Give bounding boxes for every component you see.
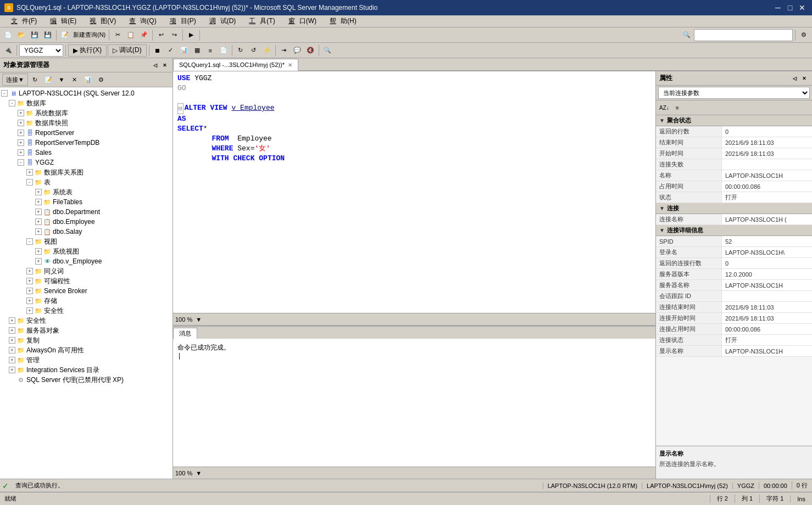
oe-report-btn[interactable]: 📊 <box>82 74 94 86</box>
expand-server[interactable]: - <box>1 90 8 97</box>
tree-dbo-v-employee[interactable]: + 👁 dbo.v_Employee <box>0 256 173 266</box>
expand-dbo-employee[interactable]: + <box>35 218 42 225</box>
expand-sales[interactable]: + <box>18 149 24 156</box>
props-close-btn[interactable]: ✕ <box>800 74 809 83</box>
props-section-conn[interactable]: ▼ 连接 <box>656 203 812 214</box>
expand-databases[interactable]: - <box>9 100 15 106</box>
oe-new-btn[interactable]: 📝 <box>42 74 54 86</box>
save-btn[interactable]: 💾 <box>29 29 41 41</box>
indent-btn[interactable]: ⇥ <box>278 44 290 57</box>
tree-filetables[interactable]: + 📁 FileTables <box>0 197 173 207</box>
tree-reportserver[interactable]: + 🗄 ReportServer <box>0 128 173 138</box>
trans-btn[interactable]: ↻ <box>235 44 247 57</box>
tree-server[interactable]: - 🖥 LAPTOP-N3SLOC1H (SQL Server 12.0 <box>0 88 173 98</box>
collapse-btn[interactable]: ⊟ <box>177 103 183 114</box>
expand-security[interactable]: + <box>9 317 15 324</box>
results-btn[interactable]: 📊 <box>178 44 190 57</box>
oe-close-btn[interactable]: ✕ <box>160 61 169 70</box>
menu-help[interactable]: 帮助(H) <box>321 15 361 27</box>
debug-button[interactable]: ▷ 调试(D) <box>108 44 147 57</box>
grid-btn[interactable]: ▦ <box>191 44 203 57</box>
menu-debug[interactable]: 调试(D) <box>201 15 241 27</box>
redo-btn[interactable]: ↪ <box>168 29 180 41</box>
props-section-aggregate[interactable]: ▼ 聚合状态 <box>656 115 812 126</box>
tree-dbo-department[interactable]: + 📋 dbo.Department <box>0 207 173 217</box>
oe-refresh-btn[interactable]: ↻ <box>29 74 41 86</box>
search-btn[interactable]: 🔍 <box>681 29 693 41</box>
tree-yggz[interactable]: - 🗄 YGGZ <box>0 158 173 167</box>
oe-float-btn[interactable]: ◁ <box>151 61 159 70</box>
tree-system-dbs[interactable]: + 📁 系统数据库 <box>0 108 173 118</box>
new-query-btn2[interactable]: 📝 <box>59 29 71 41</box>
tree-programmability[interactable]: + 📁 可编程性 <box>0 276 173 286</box>
code-editor[interactable]: USE YGGZ GO ⊟ <box>173 71 655 313</box>
expand-yggz[interactable]: - <box>18 159 24 166</box>
tree-sales[interactable]: + 🗄 Sales <box>0 148 173 158</box>
expand-alwayson[interactable]: + <box>9 347 15 354</box>
tree-server-objects[interactable]: + 📁 服务器对象 <box>0 326 173 335</box>
database-dropdown[interactable]: YGGZ <box>19 44 63 57</box>
start-debug-btn[interactable]: ▶ <box>185 29 197 41</box>
new-query-btn[interactable]: 📄 <box>2 29 14 41</box>
expand-db-diagram[interactable]: + <box>26 169 33 176</box>
copy-btn[interactable]: 📋 <box>125 29 137 41</box>
tree-replication[interactable]: + 📁 复制 <box>0 335 173 345</box>
tree-storage[interactable]: + 📁 存储 <box>0 296 173 306</box>
oe-connect-btn[interactable]: 连接▼ <box>2 74 28 86</box>
menu-tools[interactable]: 工具(T) <box>240 15 279 27</box>
expand-dbo-salay[interactable]: + <box>35 228 42 235</box>
editor-zoom-arrow[interactable]: ▼ <box>196 316 202 323</box>
minimize-button[interactable]: ─ <box>772 2 783 13</box>
expand-system-views[interactable]: + <box>35 248 42 255</box>
tree-sql-agent[interactable]: ⚙ SQL Server 代理(已禁用代理 XP) <box>0 375 173 385</box>
maximize-button[interactable]: □ <box>785 2 796 13</box>
menu-query[interactable]: 查询(Q) <box>120 15 160 27</box>
tree-management[interactable]: + 📁 管理 <box>0 355 173 365</box>
results-zoom-arrow[interactable]: ▼ <box>196 470 202 476</box>
undo-btn[interactable]: ↩ <box>155 29 167 41</box>
tree-security[interactable]: + 📁 安全性 <box>0 316 173 326</box>
menu-view[interactable]: 视图(V) <box>81 15 120 27</box>
oe-settings-btn[interactable]: ⚙ <box>95 74 107 86</box>
expand-programmability[interactable]: + <box>26 278 33 284</box>
menu-file[interactable]: 文件(F) <box>2 15 41 27</box>
tree-dbo-salay[interactable]: + 📋 dbo.Salay <box>0 227 173 237</box>
trans3-btn[interactable]: ⚡ <box>261 44 273 57</box>
tree-dbo-employee[interactable]: + 📋 dbo.Employee <box>0 217 173 227</box>
stop-btn[interactable]: ⏹ <box>152 44 164 57</box>
comment-btn[interactable]: 💬 <box>291 44 303 57</box>
more-btn[interactable]: ⚙ <box>798 29 810 41</box>
expand-dbo-department[interactable]: + <box>35 209 42 215</box>
tree-security-yggz[interactable]: + 📁 安全性 <box>0 306 173 316</box>
new-query-label[interactable]: 新建查询(N) <box>72 31 107 39</box>
expand-reportserver[interactable]: + <box>18 130 24 136</box>
tree-tables[interactable]: - 📁 表 <box>0 177 173 187</box>
expand-reportserver-temp[interactable]: + <box>18 139 24 146</box>
tree-views[interactable]: - 📁 视图 <box>0 237 173 246</box>
zoom-in-btn[interactable]: 🔍 <box>321 44 333 57</box>
tree-synonyms[interactable]: + 📁 同义词 <box>0 266 173 276</box>
tree-databases[interactable]: - 📁 数据库 <box>0 98 173 108</box>
expand-dbo-v-employee[interactable]: + <box>35 258 42 265</box>
open-btn[interactable]: 📂 <box>15 29 27 41</box>
props-sort-az-btn[interactable]: AZ↓ <box>658 102 670 114</box>
tree-alwayson[interactable]: + 📁 AlwaysOn 高可用性 <box>0 345 173 355</box>
props-float-btn[interactable]: ◁ <box>790 74 799 83</box>
expand-db-snapshots[interactable]: + <box>18 120 24 126</box>
close-button[interactable]: ✕ <box>797 2 808 13</box>
oe-filter2-btn[interactable]: ✕ <box>69 74 81 86</box>
expand-filetables[interactable]: + <box>35 199 42 205</box>
uncomment-btn[interactable]: 🔇 <box>304 44 316 57</box>
tree-reportserver-temp[interactable]: + 🗄 ReportServerTempDB <box>0 138 173 148</box>
props-sort-cat-btn[interactable]: ≡ <box>671 102 683 114</box>
expand-views[interactable]: - <box>26 238 33 245</box>
file-btn[interactable]: 📄 <box>218 44 230 57</box>
expand-integration-services[interactable]: + <box>9 367 15 373</box>
menu-edit[interactable]: 编辑(E) <box>41 15 81 27</box>
expand-server-objects[interactable]: + <box>9 327 15 334</box>
tree-service-broker[interactable]: + 📁 Service Broker <box>0 286 173 296</box>
paste-btn[interactable]: 📌 <box>138 29 150 41</box>
query-tab[interactable]: SQLQuery1.sql -...3SLOC1H\myj (52))* ✕ <box>173 59 298 71</box>
results-tab-messages[interactable]: 消息 <box>173 328 197 339</box>
tree-integration-services[interactable]: + 📁 Integration Services 目录 <box>0 365 173 375</box>
